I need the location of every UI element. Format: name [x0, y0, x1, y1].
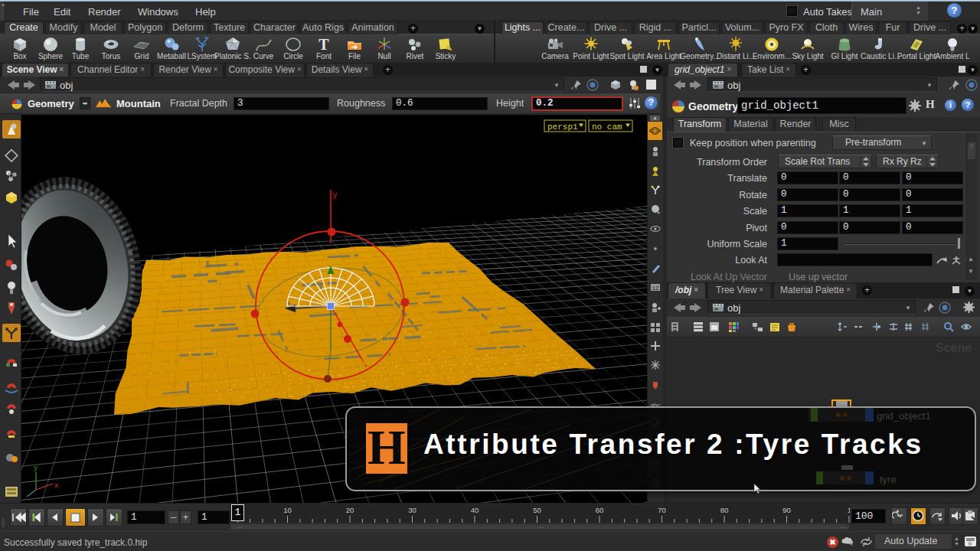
- svg-text:T: T: [318, 36, 329, 52]
- svg-text:persp1: persp1: [547, 122, 578, 132]
- svg-text:1: 1: [848, 506, 850, 514]
- svg-text:x: x: [54, 482, 58, 490]
- svg-text:40: 40: [471, 506, 479, 514]
- svg-text:no cam: no cam: [592, 122, 622, 132]
- svg-text:60: 60: [596, 506, 604, 514]
- svg-text:80: 80: [720, 506, 729, 514]
- svg-text:30: 30: [408, 506, 416, 514]
- svg-text:10: 10: [283, 506, 292, 514]
- svg-text:y: y: [332, 191, 338, 200]
- svg-text:12: 12: [652, 285, 659, 292]
- svg-text:50: 50: [533, 506, 541, 514]
- svg-text:70: 70: [658, 506, 666, 514]
- svg-text:y: y: [34, 465, 38, 472]
- svg-text:90: 90: [782, 506, 791, 514]
- svg-text:20: 20: [346, 506, 354, 514]
